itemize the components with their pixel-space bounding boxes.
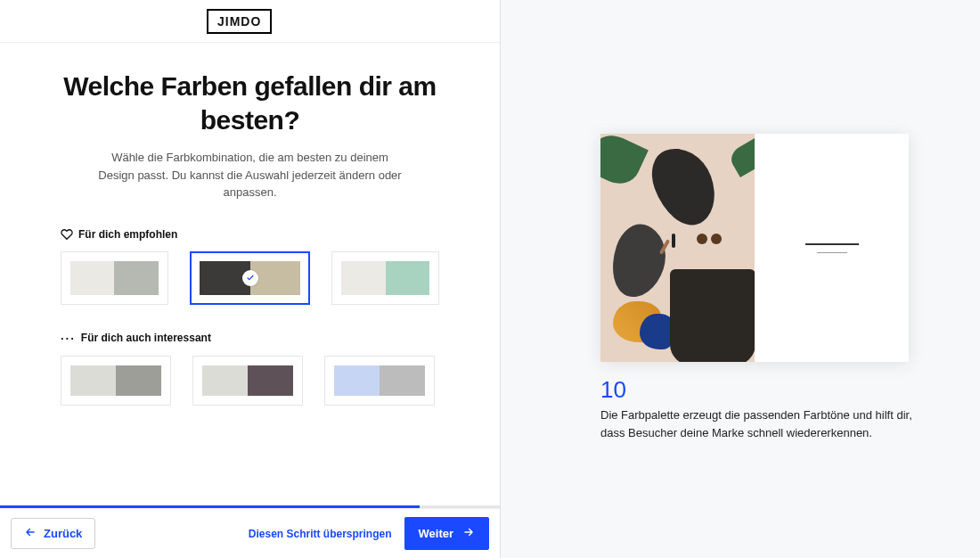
content-area: Welche Farben gefallen dir am besten? Wä… — [0, 43, 500, 505]
interesting-section: ··· Für dich auch interessant — [61, 332, 439, 406]
palette-option[interactable] — [324, 356, 435, 406]
swatch-right — [248, 365, 293, 396]
interesting-title: ··· Für dich auch interessant — [61, 332, 439, 345]
swatch-left — [70, 261, 114, 295]
swatch-right — [380, 365, 425, 396]
placeholder-line — [817, 252, 847, 253]
palette-option[interactable] — [61, 356, 171, 406]
recommended-title: Für dich empfohlen — [61, 228, 439, 241]
next-label: Weiter — [419, 527, 454, 540]
swatch-left — [334, 365, 380, 396]
next-button[interactable]: Weiter — [404, 517, 490, 550]
swatch-left — [70, 365, 116, 396]
swatch-right — [116, 365, 161, 396]
step-description: Die Farbpalette erzeugt die passenden Fa… — [600, 406, 930, 441]
preview-image — [600, 134, 755, 362]
interesting-label: Für dich auch interessant — [81, 332, 211, 344]
swatch-left — [202, 365, 248, 396]
arrow-left-icon — [24, 526, 37, 541]
page-subtitle: Wähle die Farbkombination, die am besten… — [61, 149, 439, 201]
heart-icon — [61, 228, 73, 241]
progress-bar — [0, 505, 500, 508]
brand-logo: JIMDO — [207, 9, 272, 34]
left-panel: JIMDO Welche Farben gefallen dir am best… — [0, 0, 501, 558]
skip-link[interactable]: Diesen Schritt überspringen — [249, 528, 392, 540]
swatch-left — [341, 261, 385, 295]
palette-option[interactable] — [331, 251, 439, 305]
more-icon: ··· — [61, 332, 76, 345]
palette-option[interactable] — [192, 356, 303, 406]
progress-fill — [0, 505, 420, 508]
recommended-section: Für dich empfohlen — [61, 228, 439, 305]
preview-card — [600, 134, 909, 362]
logo-bar: JIMDO — [0, 0, 500, 43]
interesting-palettes — [61, 356, 439, 406]
step-number: 10 — [600, 376, 626, 404]
swatch-right — [386, 261, 429, 295]
palette-option[interactable] — [61, 251, 168, 305]
back-button[interactable]: Zurück — [11, 518, 95, 549]
bottom-bar: Zurück Diesen Schritt überspringen Weite… — [0, 508, 500, 558]
right-panel: 10 Die Farbpalette erzeugt die passenden… — [501, 0, 980, 558]
check-icon — [242, 270, 258, 286]
placeholder-line — [805, 243, 859, 245]
back-label: Zurück — [44, 527, 82, 540]
recommended-label: Für dich empfohlen — [78, 228, 177, 241]
arrow-right-icon — [462, 526, 475, 541]
page-title: Welche Farben gefallen dir am besten? — [61, 70, 439, 136]
palette-option-selected[interactable] — [190, 251, 311, 305]
preview-text-placeholder — [755, 134, 909, 362]
recommended-palettes — [61, 251, 439, 305]
swatch-right — [114, 261, 158, 295]
